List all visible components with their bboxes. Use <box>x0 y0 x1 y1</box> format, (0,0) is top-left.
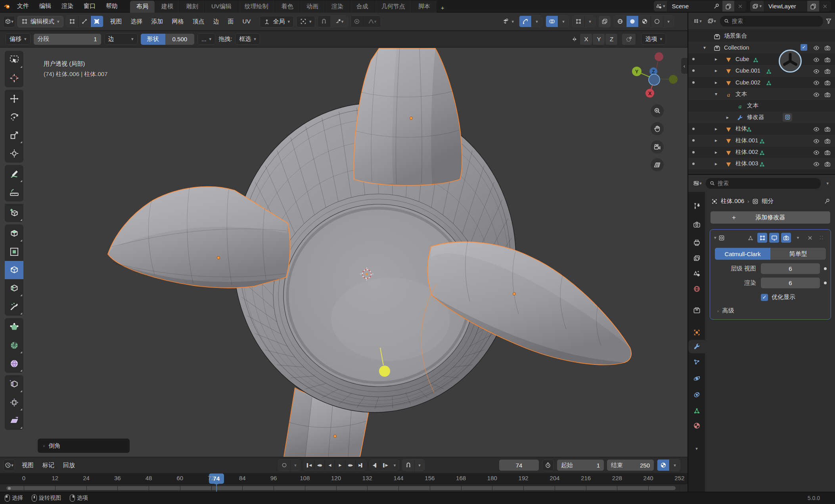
chevron-right-icon[interactable]: ▸ <box>715 126 717 132</box>
workspace-tab-4[interactable]: 纹理绘制 <box>238 1 275 13</box>
step-dropdown[interactable]: ▾ <box>391 460 398 470</box>
drag-mode-dropdown[interactable]: 框选▾ <box>235 33 260 45</box>
disable-render-toggle[interactable] <box>824 125 831 132</box>
editmode-overlays-dropdown[interactable]: ▾ <box>585 16 595 27</box>
hide-eye-toggle[interactable] <box>813 149 820 155</box>
workspace-tab-0[interactable]: 布局 <box>130 1 155 13</box>
scene-icon[interactable]: ▾ <box>654 1 667 11</box>
mirror-axis-z[interactable]: Z <box>605 34 617 45</box>
outliner-row-10[interactable]: ▸柱体.002 <box>688 146 835 158</box>
outliner-row-scene-collection[interactable]: 场景集合 <box>688 30 835 42</box>
properties-tab-world[interactable] <box>688 282 705 295</box>
use-preview-range-button[interactable] <box>542 460 554 471</box>
workspace-tab-1[interactable]: 建模 <box>155 1 180 13</box>
workspace-tab-9[interactable]: 几何节点 <box>375 1 412 13</box>
shape-label[interactable]: 形状 <box>141 34 165 45</box>
more-options-dropdown[interactable]: ...▾ <box>197 33 215 45</box>
next-keyframe-button[interactable]: ◆▶ <box>345 460 356 470</box>
mirror-axis-x[interactable]: X <box>580 34 592 45</box>
prev-keyframe-button[interactable]: ◀◆ <box>314 460 325 470</box>
outliner-editor-type-button[interactable]: ▾ <box>691 15 703 27</box>
tool-measure[interactable] <box>5 183 23 201</box>
keying-dropdown[interactable]: ▾ <box>291 460 300 471</box>
hide-eye-toggle[interactable] <box>813 79 820 86</box>
tool-cursor[interactable] <box>5 69 23 87</box>
properties-tab-modifiers[interactable] <box>688 340 705 353</box>
viewport-menu-6[interactable]: 面 <box>224 16 238 27</box>
outliner-row-9[interactable]: ▸柱体.001 <box>688 135 835 146</box>
tool-select-box[interactable] <box>5 51 23 69</box>
disable-render-toggle[interactable] <box>824 149 831 155</box>
hide-eye-toggle[interactable] <box>813 125 820 132</box>
chevron-down-icon[interactable]: ▾ <box>703 45 706 50</box>
hide-eye-toggle[interactable] <box>813 56 820 63</box>
step-forward-button[interactable]: ▌▶ <box>380 460 391 470</box>
outliner-search-input[interactable] <box>732 18 819 24</box>
play-reverse-button[interactable]: ◀ <box>325 460 335 470</box>
tabs-scroll-down-icon[interactable]: ▾ <box>688 442 705 455</box>
new-scene-icon[interactable] <box>722 1 734 11</box>
topbar-menu-4[interactable]: 帮助 <box>101 1 123 11</box>
timeline-overlay-toggle[interactable] <box>657 460 670 471</box>
drag-handle[interactable]: ⁚⁚ <box>817 233 827 243</box>
outliner-row-3[interactable]: ▸Cube.001 <box>688 65 835 77</box>
viewport-canvas[interactable]: 用户透视 (局部) (74) 柱体.006 | 柱体.007 › 倒角 ‹ Y … <box>0 48 688 457</box>
animate-dot[interactable] <box>824 267 827 270</box>
outliner-row-11[interactable]: ▸柱体.003 <box>688 158 835 169</box>
collection-checkbox[interactable]: ✓ <box>801 44 807 51</box>
tool-shrink-fatten[interactable] <box>5 393 23 412</box>
face-select-mode-button[interactable] <box>91 16 103 27</box>
viewlayer-name[interactable]: ViewLayer <box>764 3 807 10</box>
axis-gizmo[interactable]: Y Z X <box>626 51 686 106</box>
disable-render-toggle[interactable] <box>824 44 831 51</box>
offset-mode-dropdown[interactable]: 偏移▾ <box>6 33 31 45</box>
mirror-axis-y[interactable]: Y <box>593 34 605 45</box>
play-button[interactable]: ▶ <box>335 460 345 470</box>
pin-icon[interactable] <box>824 198 830 205</box>
hide-eye-toggle[interactable] <box>813 44 820 51</box>
timeline-menu-2[interactable]: 回放 <box>59 460 79 470</box>
outliner-row-2[interactable]: ▸Cube <box>688 54 835 65</box>
outliner-row-5[interactable]: ▾文本 <box>688 88 835 100</box>
timeline-scrollbar[interactable] <box>6 486 676 490</box>
properties-tab-collection[interactable] <box>688 303 705 317</box>
viewport-menu-2[interactable]: 添加 <box>147 16 168 27</box>
properties-tab-material[interactable] <box>688 419 705 432</box>
add-modifier-button[interactable]: + 添加修改器 <box>711 211 830 224</box>
tool-options-dropdown[interactable]: 选项▾ <box>641 33 666 45</box>
chevron-right-icon[interactable]: ▸ <box>726 115 729 120</box>
tool-smooth[interactable] <box>5 355 23 373</box>
workspace-tab-2[interactable]: 雕刻 <box>180 1 205 13</box>
properties-tab-render[interactable] <box>688 218 705 231</box>
camera-view-button[interactable] <box>651 140 664 153</box>
properties-options-dropdown[interactable]: ▾ <box>823 181 832 186</box>
tool-transform[interactable] <box>5 144 23 163</box>
snap-base-button[interactable] <box>622 34 636 45</box>
filter-icon[interactable] <box>825 18 832 24</box>
disable-render-toggle[interactable] <box>824 67 831 74</box>
hide-eye-toggle[interactable] <box>813 91 820 98</box>
properties-tab-particles[interactable] <box>688 355 705 369</box>
rendered-shading-button[interactable] <box>651 16 663 27</box>
add-workspace-button[interactable]: + <box>437 3 448 13</box>
breadcrumb-panel[interactable]: 细分 <box>762 197 774 205</box>
outliner-search[interactable] <box>720 16 823 27</box>
viewlayer-icon[interactable]: ▾ <box>750 1 764 11</box>
editor-type-button[interactable]: ▾ <box>3 16 15 27</box>
tool-extrude-region[interactable] <box>5 224 23 243</box>
affect-dropdown[interactable]: 边▾ <box>104 33 138 45</box>
tool-bevel[interactable] <box>5 261 23 279</box>
jump-to-end-button[interactable]: ▶▌ <box>356 460 366 470</box>
edge-select-mode-button[interactable] <box>79 16 91 27</box>
outliner-row-7[interactable]: ▸修改器 <box>688 111 835 123</box>
timeline-editor-type-button[interactable]: ▾ <box>3 460 15 471</box>
properties-tab-view-layer[interactable] <box>688 251 705 265</box>
workspace-tab-8[interactable]: 合成 <box>350 1 375 13</box>
snap-toggle-button[interactable] <box>318 16 330 27</box>
toggle-xray-button[interactable] <box>599 16 611 27</box>
segments-field[interactable]: 分段 1 <box>34 34 101 45</box>
outliner-row-4[interactable]: ▸Cube.002 <box>688 77 835 88</box>
shading-dropdown[interactable]: ▾ <box>663 16 674 27</box>
frame-end-field[interactable]: 结束 250 <box>607 460 654 471</box>
realtime-toggle[interactable] <box>769 233 779 243</box>
